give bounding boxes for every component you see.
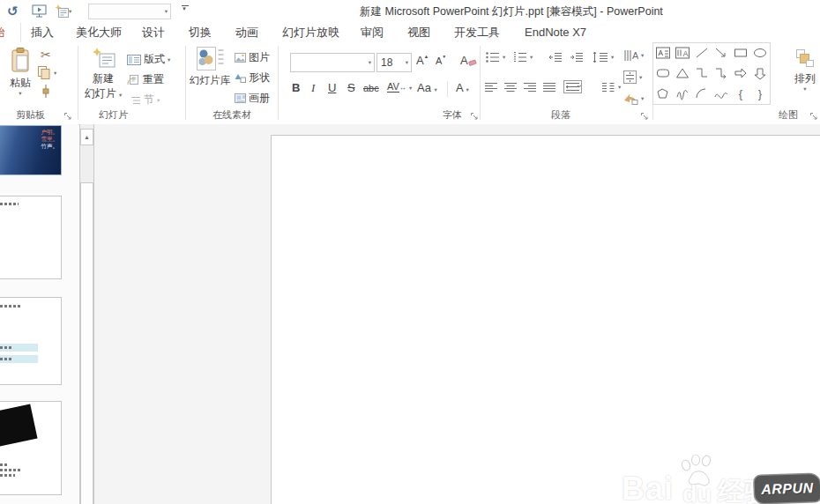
new-slide-quick-icon[interactable]: ▾ xyxy=(55,3,71,19)
bullets-icon xyxy=(486,52,500,63)
shape-line-icon[interactable] xyxy=(692,43,712,63)
tab-animations[interactable]: 动画 xyxy=(235,23,258,42)
shape-right-brace-icon[interactable]: } xyxy=(750,84,770,103)
group-clipboard: 粘贴 ▾ ✂ ▾ 剪贴板 xyxy=(0,42,78,123)
scrollbar-up-icon[interactable]: ▲ xyxy=(80,129,93,145)
section-button[interactable]: 节 ▾ xyxy=(130,93,160,107)
slide-thumbnail-1[interactable]: 户明。 雪里。 竹声。 xyxy=(0,125,62,175)
align-right-button[interactable] xyxy=(524,82,537,93)
tab-endnote[interactable]: EndNote X7 xyxy=(525,23,586,42)
paste-button[interactable]: 粘贴 ▾ xyxy=(5,47,35,96)
columns-button[interactable]: ▾ xyxy=(601,82,621,93)
shape-left-brace-icon[interactable]: { xyxy=(731,84,750,103)
slide-thumbnail-4[interactable] xyxy=(0,401,62,495)
shape-right-arrow-icon[interactable] xyxy=(731,63,750,83)
shape-oval-icon[interactable] xyxy=(750,43,770,63)
online-shapes-button[interactable]: 形状 xyxy=(235,70,270,85)
shape-triangle-icon[interactable] xyxy=(673,63,692,83)
clipboard-dialog-launcher[interactable] xyxy=(63,112,72,121)
slide4-image xyxy=(0,404,38,448)
thumbnail-scrollbar[interactable]: ▲ xyxy=(79,124,94,504)
increase-indent-button[interactable] xyxy=(570,52,584,63)
reset-button[interactable]: 重置 xyxy=(127,72,164,87)
online-picture-button[interactable]: 图片 xyxy=(235,50,270,65)
strikethrough-button[interactable]: abc xyxy=(363,83,379,93)
copy-button[interactable]: ▾ xyxy=(37,65,56,80)
slide-thumbnail-3[interactable] xyxy=(0,297,62,385)
text-direction-button[interactable]: A ▾ xyxy=(623,49,644,62)
shrink-font-button[interactable]: A▼ xyxy=(436,56,446,66)
arrange-button[interactable]: 排列 ▾ xyxy=(792,48,818,92)
font-name-combo[interactable]: ▾ xyxy=(290,53,375,72)
slide-gallery-button[interactable]: 幻灯片库 xyxy=(189,47,231,87)
tab-design[interactable]: 设计 xyxy=(142,23,165,42)
group-paragraph: ▾ ▾ ▾ xyxy=(480,42,652,123)
new-slide-button[interactable]: 新建 幻灯片 ▾ xyxy=(83,47,123,101)
bullets-button[interactable]: ▾ xyxy=(486,52,505,63)
numbering-button[interactable]: ▾ xyxy=(513,52,533,63)
dropdown-icon: ▾ xyxy=(54,70,56,76)
window-title: 新建 Microsoft PowerPoint 幻灯片.ppt [兼容模式] -… xyxy=(360,4,663,19)
slide-canvas[interactable] xyxy=(271,135,820,504)
align-text-button[interactable]: ▾ xyxy=(623,70,642,84)
justify-button[interactable] xyxy=(543,82,556,93)
tab-insert[interactable]: 插入 xyxy=(31,23,54,42)
shape-down-arrow-icon[interactable] xyxy=(750,63,770,83)
shape-freeform-icon[interactable] xyxy=(653,84,673,103)
tab-transitions[interactable]: 切换 xyxy=(189,23,212,42)
line-spacing-icon xyxy=(593,52,608,63)
change-case-button[interactable]: Aa ▾ xyxy=(417,81,437,94)
tab-beautify[interactable]: 美化大师 xyxy=(76,23,122,42)
underline-button[interactable]: U xyxy=(328,81,336,94)
tab-slideshow[interactable]: 幻灯片放映 xyxy=(282,23,339,42)
svg-text:A: A xyxy=(683,49,689,58)
shadow-strike-button[interactable]: S xyxy=(347,81,355,94)
decrease-indent-button[interactable] xyxy=(548,52,563,63)
format-painter-button[interactable] xyxy=(40,84,52,99)
start-slideshow-icon[interactable] xyxy=(32,3,47,19)
layout-button[interactable]: 版式 ▾ xyxy=(127,52,170,67)
align-center-button[interactable] xyxy=(504,82,518,93)
character-spacing-button[interactable]: AV↔ ▾ xyxy=(387,81,412,92)
eraser-icon xyxy=(468,59,477,67)
scrollbar-thumb[interactable] xyxy=(80,182,93,504)
italic-button[interactable]: I xyxy=(311,81,315,95)
distribute-text-button[interactable] xyxy=(563,80,582,93)
undo-icon[interactable]: ↺ xyxy=(7,3,19,19)
drawing-dialog-launcher[interactable] xyxy=(809,112,818,121)
bold-button[interactable]: B xyxy=(292,81,300,94)
cut-button[interactable]: ✂ xyxy=(41,48,51,62)
paragraph-dialog-launcher[interactable] xyxy=(640,112,649,121)
tab-home-partial[interactable]: 始 xyxy=(0,23,21,42)
font-size-combo[interactable]: 18 ▾ xyxy=(376,53,412,72)
shape-arrow-icon[interactable] xyxy=(712,43,731,63)
shape-scribble-icon[interactable] xyxy=(673,84,692,103)
group-label-slides: 幻灯片 xyxy=(99,108,128,122)
album-button[interactable]: 画册 xyxy=(235,91,270,106)
customize-quick-access-icon[interactable]: ▼ xyxy=(182,5,190,11)
line-spacing-button[interactable]: ▾ xyxy=(593,52,614,63)
shape-textbox-icon[interactable] xyxy=(653,43,673,63)
shape-rounded-rectangle-icon[interactable] xyxy=(653,63,673,83)
shape-elbow-connector-icon[interactable] xyxy=(692,63,712,83)
align-text-icon xyxy=(623,70,637,84)
align-left-button[interactable] xyxy=(485,82,498,93)
quick-access-combo[interactable]: ▾ xyxy=(88,4,171,19)
shape-elbow-arrow-connector-icon[interactable] xyxy=(712,63,731,83)
shape-arc-icon[interactable] xyxy=(692,84,712,103)
font-color-button[interactable]: A ▾ xyxy=(456,81,469,94)
shape-vertical-textbox-icon[interactable]: A xyxy=(673,43,692,63)
svg-text:A: A xyxy=(632,50,638,61)
convert-smartart-button[interactable]: ▾ xyxy=(623,92,644,105)
picture-icon xyxy=(235,53,246,63)
slide-thumbnail-2[interactable] xyxy=(0,196,62,279)
tab-developer[interactable]: 开发工具 xyxy=(454,23,500,42)
font-dialog-launcher[interactable] xyxy=(470,112,479,121)
tab-view[interactable]: 视图 xyxy=(407,23,430,42)
shape-curve-icon[interactable] xyxy=(712,84,731,103)
clear-formatting-button[interactable]: A xyxy=(460,54,477,67)
tab-review[interactable]: 审阅 xyxy=(361,23,384,42)
grow-font-button[interactable]: A▲ xyxy=(416,54,429,67)
arrange-icon xyxy=(795,48,815,68)
shape-rectangle-icon[interactable] xyxy=(731,43,750,63)
